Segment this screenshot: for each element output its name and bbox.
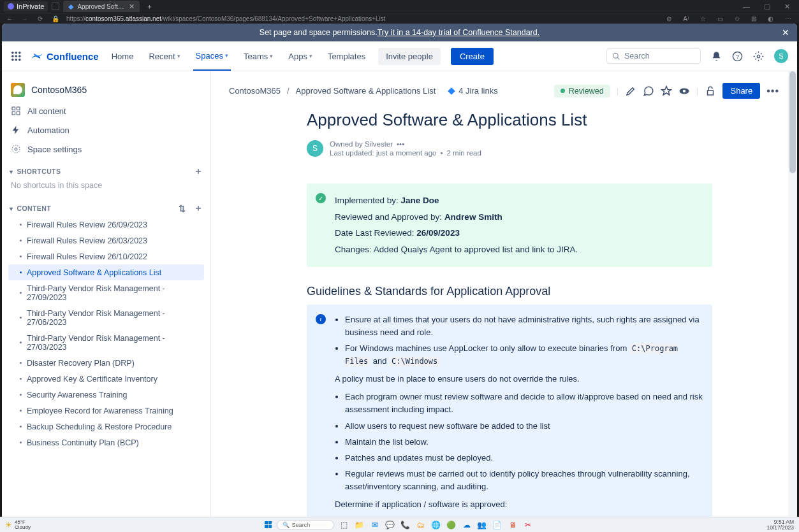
app-icon[interactable]: 📄 xyxy=(492,520,502,530)
app-icon[interactable]: 🗂 xyxy=(416,520,426,530)
notifications-icon[interactable] xyxy=(711,51,722,62)
back-icon[interactable]: ← xyxy=(5,15,14,22)
app-icon[interactable]: ☁ xyxy=(462,520,472,530)
sidebar-space-settings[interactable]: Space settings xyxy=(8,140,204,158)
new-tab-button[interactable]: ＋ xyxy=(143,2,156,11)
nav-spaces[interactable]: Spaces▾ xyxy=(193,41,231,71)
confluence-logo[interactable]: Confluence xyxy=(31,50,99,62)
nav-home[interactable]: Home xyxy=(109,41,136,71)
forward-icon: → xyxy=(20,15,29,22)
tree-item[interactable]: Backup Scheduling & Restore Procedure xyxy=(8,419,204,435)
invite-button[interactable]: Invite people xyxy=(378,48,441,65)
tree-item[interactable]: Third-Party Vendor Risk Management - 27/… xyxy=(8,280,204,305)
owner-menu-icon[interactable]: ••• xyxy=(397,140,404,148)
create-button[interactable]: Create xyxy=(451,48,494,65)
profile-label: InPrivate xyxy=(17,3,44,10)
scrollbar[interactable] xyxy=(788,71,797,517)
edit-icon[interactable] xyxy=(625,85,636,97)
tree-item[interactable]: Firewall Rules Review 26/03/2023 xyxy=(8,233,204,248)
nav-apps[interactable]: Apps▾ xyxy=(286,41,315,71)
search-input[interactable]: Search xyxy=(606,48,701,64)
system-tray[interactable]: 9:51 AM10/17/2023 xyxy=(766,519,794,530)
browser-tab[interactable]: ◆ Approved Software & Applicatio... ✕ xyxy=(63,1,140,12)
tree-item[interactable]: Third-Party Vendor Risk Management - 27/… xyxy=(8,330,204,355)
maximize-icon[interactable]: ▢ xyxy=(759,3,775,11)
owner-avatar[interactable]: S xyxy=(307,140,323,157)
weather-widget[interactable]: ☀ 45°FCloudy xyxy=(5,520,31,530)
filter-icon[interactable]: ⇅ xyxy=(179,204,189,213)
tree-item[interactable]: Third-Party Vendor Risk Management - 27/… xyxy=(8,305,204,330)
tree-item[interactable]: Firewall Rules Review 26/10/2022 xyxy=(8,248,204,264)
favorites-bar-icon[interactable]: ✩ xyxy=(732,15,742,22)
close-tab-icon[interactable]: ✕ xyxy=(129,3,135,11)
space-title[interactable]: ContosoM365 xyxy=(8,79,204,101)
lock-icon[interactable]: 🔒 xyxy=(51,15,60,22)
app-icon[interactable]: 🖥 xyxy=(508,520,518,530)
grid-icon xyxy=(11,106,21,116)
nav-recent[interactable]: Recent▾ xyxy=(146,41,182,71)
watch-icon[interactable] xyxy=(678,85,690,97)
share-button[interactable]: Share xyxy=(722,83,760,99)
owner-line: Owned by Silvester xyxy=(330,140,393,148)
extensions-icon[interactable]: ⊞ xyxy=(749,15,759,22)
banner-close-icon[interactable]: ✕ xyxy=(782,27,789,38)
tree-item[interactable]: Approved Software & Applications List xyxy=(8,264,204,280)
zoom-icon[interactable]: ⊝ xyxy=(664,15,674,22)
more-actions-icon[interactable]: ••• xyxy=(766,85,779,97)
app-icon[interactable]: 🌐 xyxy=(431,520,441,530)
browser-chrome: InPrivate ◆ Approved Software & Applicat… xyxy=(0,0,799,24)
help-icon[interactable]: ? xyxy=(732,51,743,62)
app-icon[interactable]: ✂ xyxy=(523,520,533,530)
app-icon[interactable]: ✉ xyxy=(370,520,380,530)
app-icon[interactable]: 👥 xyxy=(477,520,487,530)
taskbar-search[interactable]: 🔍Search xyxy=(277,520,334,530)
app-icon[interactable]: 🟢 xyxy=(446,520,457,530)
add-shortcut-icon[interactable]: ＋ xyxy=(194,166,203,177)
jira-links[interactable]: 4 Jira links xyxy=(447,86,497,96)
tree-item[interactable]: Security Awareness Training xyxy=(8,387,204,403)
tree-item[interactable]: Firewall Rules Review 26/09/2023 xyxy=(8,217,204,233)
close-window-icon[interactable]: ✕ xyxy=(779,3,795,11)
shortcuts-header[interactable]: ▾ SHORTCUTS ＋ xyxy=(8,158,204,180)
app-icon[interactable]: 📁 xyxy=(355,520,365,530)
comment-icon[interactable] xyxy=(643,85,654,97)
clock[interactable]: 9:51 AM10/17/2023 xyxy=(766,519,794,530)
menu-icon[interactable]: ⋯ xyxy=(782,15,794,22)
task-view-icon[interactable]: ⬚ xyxy=(339,520,349,530)
nav-teams[interactable]: Teams▾ xyxy=(241,41,275,71)
app-icon[interactable]: 💬 xyxy=(385,520,395,530)
nav-templates[interactable]: Templates xyxy=(325,41,368,71)
start-button[interactable] xyxy=(265,521,272,528)
read-aloud-icon[interactable]: A⁾ xyxy=(680,15,691,22)
star-icon[interactable] xyxy=(661,85,672,97)
app-icon[interactable]: 📞 xyxy=(400,520,411,530)
tree-item[interactable]: Disaster Recovery Plan (DRP) xyxy=(8,355,204,371)
collections-icon[interactable]: ▭ xyxy=(715,15,726,22)
tree-item[interactable]: Approved Key & Certificate Inventory xyxy=(8,371,204,387)
tab-overview-icon[interactable] xyxy=(52,3,59,10)
restrict-icon[interactable] xyxy=(705,85,716,97)
settings-icon[interactable] xyxy=(753,51,764,62)
chevron-down-icon: ▾ xyxy=(309,53,312,59)
tree-item[interactable]: Employee Record for Awareness Training xyxy=(8,403,204,419)
sidebar-all-content[interactable]: All content xyxy=(8,102,204,120)
tree-item[interactable]: Business Continuity Plan (BCP) xyxy=(8,435,204,450)
tab-title: Approved Software & Applicatio... xyxy=(77,3,125,10)
status-badge[interactable]: Reviewed xyxy=(554,85,610,97)
banner-link[interactable]: Try it in a 14-day trial of Confluence S… xyxy=(378,28,540,37)
breadcrumb-space[interactable]: ContosoM365 xyxy=(229,86,281,96)
favorite-icon[interactable]: ☆ xyxy=(698,15,708,22)
url-field[interactable]: https://contosom365.atlassian.net/wiki/s… xyxy=(66,15,657,22)
user-avatar[interactable]: S xyxy=(774,49,788,63)
minimize-icon[interactable]: — xyxy=(738,3,755,10)
profile2-icon[interactable]: ◐ xyxy=(765,15,776,22)
content-header[interactable]: ▾ CONTENT ⇅ ＋ xyxy=(8,195,204,217)
breadcrumb-page[interactable]: Approved Software & Applications List xyxy=(296,86,436,96)
profile-badge[interactable]: InPrivate xyxy=(4,1,48,11)
sidebar-automation[interactable]: Automation xyxy=(8,121,204,139)
svg-rect-7 xyxy=(12,111,15,115)
product-name: Confluence xyxy=(47,51,99,62)
add-content-icon[interactable]: ＋ xyxy=(194,203,203,214)
app-switcher-icon[interactable] xyxy=(11,51,21,61)
refresh-icon[interactable]: ⟳ xyxy=(36,15,45,22)
